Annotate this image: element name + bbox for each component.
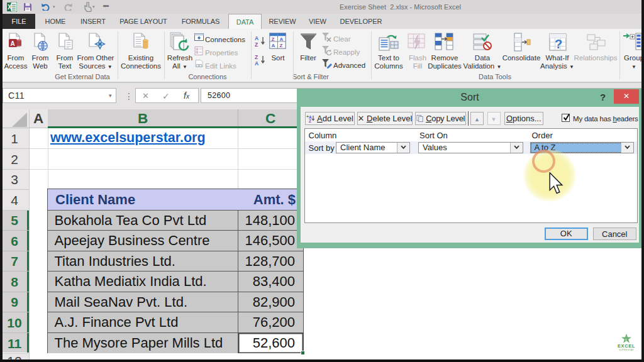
svg-text:A: A bbox=[255, 60, 258, 66]
svg-text:?: ? bbox=[555, 37, 562, 51]
svg-text:X: X bbox=[8, 4, 12, 11]
svg-text:Z: Z bbox=[280, 43, 283, 48]
svg-text:Z: Z bbox=[272, 36, 275, 42]
svg-text:A: A bbox=[255, 35, 258, 41]
svg-text:A: A bbox=[272, 43, 275, 48]
svg-text:Z: Z bbox=[255, 54, 258, 60]
svg-text:A: A bbox=[280, 36, 284, 42]
svg-text:Z: Z bbox=[309, 119, 311, 123]
svg-text:A: A bbox=[11, 40, 15, 47]
svg-text:Z: Z bbox=[255, 41, 258, 47]
